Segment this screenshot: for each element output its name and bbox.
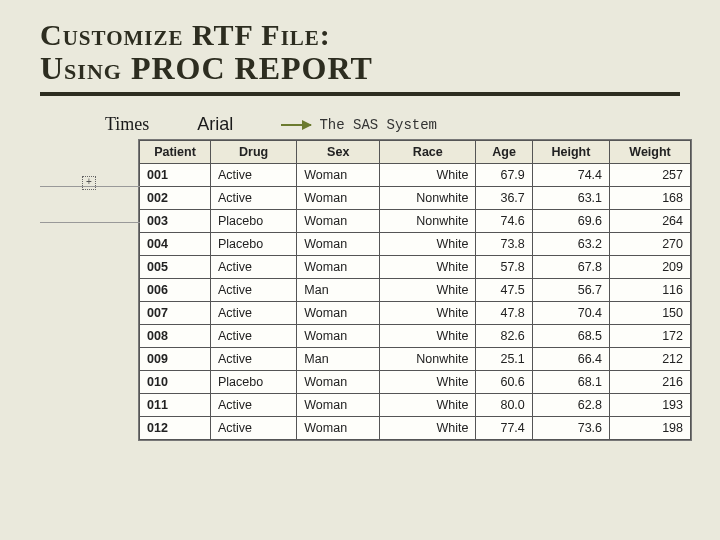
title-rule bbox=[40, 92, 680, 96]
cell-age: 57.8 bbox=[476, 256, 532, 279]
cell-weight: 116 bbox=[610, 279, 691, 302]
cell-patient: 002 bbox=[140, 187, 211, 210]
cell-weight: 257 bbox=[610, 164, 691, 187]
cell-weight: 172 bbox=[610, 325, 691, 348]
cell-sex: Woman bbox=[297, 187, 380, 210]
table-row: 001ActiveWomanWhite67.974.4257 bbox=[140, 164, 691, 187]
cell-patient: 007 bbox=[140, 302, 211, 325]
table-row: 010PlaceboWomanWhite60.668.1216 bbox=[140, 371, 691, 394]
cell-patient: 010 bbox=[140, 371, 211, 394]
cell-race: White bbox=[380, 325, 476, 348]
cell-age: 60.6 bbox=[476, 371, 532, 394]
sas-system-label: The SAS System bbox=[319, 117, 437, 133]
cell-sex: Woman bbox=[297, 325, 380, 348]
title-line2: Using PROC REPORT bbox=[40, 51, 680, 86]
cell-patient: 006 bbox=[140, 279, 211, 302]
cell-age: 74.6 bbox=[476, 210, 532, 233]
cell-patient: 001 bbox=[140, 164, 211, 187]
cell-weight: 198 bbox=[610, 417, 691, 440]
cell-height: 62.8 bbox=[532, 394, 609, 417]
cell-sex: Woman bbox=[297, 233, 380, 256]
table-row: 012ActiveWomanWhite77.473.6198 bbox=[140, 417, 691, 440]
cell-weight: 270 bbox=[610, 233, 691, 256]
cell-age: 36.7 bbox=[476, 187, 532, 210]
cell-patient: 005 bbox=[140, 256, 211, 279]
cell-drug: Active bbox=[211, 417, 297, 440]
cell-drug: Active bbox=[211, 279, 297, 302]
cell-sex: Woman bbox=[297, 394, 380, 417]
cell-race: White bbox=[380, 164, 476, 187]
table-row: 008ActiveWomanWhite82.668.5172 bbox=[140, 325, 691, 348]
cell-drug: Active bbox=[211, 394, 297, 417]
slide-title: Customize RTF File: Using PROC REPORT bbox=[40, 18, 680, 86]
table-row: 004PlaceboWomanWhite73.863.2270 bbox=[140, 233, 691, 256]
table-anchor-icon: + bbox=[82, 176, 96, 190]
cell-weight: 168 bbox=[610, 187, 691, 210]
cell-race: White bbox=[380, 394, 476, 417]
cell-race: Nonwhite bbox=[380, 210, 476, 233]
cell-drug: Placebo bbox=[211, 233, 297, 256]
sas-title-group: The SAS System bbox=[281, 117, 437, 133]
cell-height: 56.7 bbox=[532, 279, 609, 302]
cell-drug: Active bbox=[211, 256, 297, 279]
cell-sex: Woman bbox=[297, 210, 380, 233]
cell-weight: 209 bbox=[610, 256, 691, 279]
cell-weight: 193 bbox=[610, 394, 691, 417]
cell-age: 73.8 bbox=[476, 233, 532, 256]
cell-height: 63.1 bbox=[532, 187, 609, 210]
title-line1: Customize RTF File: bbox=[40, 18, 680, 51]
cell-age: 67.9 bbox=[476, 164, 532, 187]
col-header: Height bbox=[532, 141, 609, 164]
cell-race: White bbox=[380, 302, 476, 325]
cell-drug: Placebo bbox=[211, 210, 297, 233]
cell-drug: Placebo bbox=[211, 371, 297, 394]
table-row: 006ActiveManWhite47.556.7116 bbox=[140, 279, 691, 302]
report-table-container: PatientDrugSexRaceAgeHeightWeight 001Act… bbox=[138, 139, 692, 441]
cell-height: 63.2 bbox=[532, 233, 609, 256]
cell-age: 25.1 bbox=[476, 348, 532, 371]
cell-height: 66.4 bbox=[532, 348, 609, 371]
table-row: 003PlaceboWomanNonwhite74.669.6264 bbox=[140, 210, 691, 233]
cell-height: 68.5 bbox=[532, 325, 609, 348]
cell-race: Nonwhite bbox=[380, 187, 476, 210]
cell-sex: Woman bbox=[297, 371, 380, 394]
cell-race: White bbox=[380, 256, 476, 279]
table-row: 009ActiveManNonwhite25.166.4212 bbox=[140, 348, 691, 371]
cell-race: White bbox=[380, 233, 476, 256]
col-header: Drug bbox=[211, 141, 297, 164]
cell-height: 67.8 bbox=[532, 256, 609, 279]
cell-drug: Active bbox=[211, 302, 297, 325]
col-header: Race bbox=[380, 141, 476, 164]
cell-sex: Woman bbox=[297, 417, 380, 440]
table-row: 011ActiveWomanWhite80.062.8193 bbox=[140, 394, 691, 417]
table-row: 002ActiveWomanNonwhite36.763.1168 bbox=[140, 187, 691, 210]
cell-drug: Active bbox=[211, 187, 297, 210]
cell-race: White bbox=[380, 371, 476, 394]
cell-age: 47.5 bbox=[476, 279, 532, 302]
cell-drug: Active bbox=[211, 164, 297, 187]
cell-age: 80.0 bbox=[476, 394, 532, 417]
cell-age: 77.4 bbox=[476, 417, 532, 440]
cell-sex: Man bbox=[297, 279, 380, 302]
guide-line bbox=[40, 186, 140, 187]
table-row: 005ActiveWomanWhite57.867.8209 bbox=[140, 256, 691, 279]
cell-height: 69.6 bbox=[532, 210, 609, 233]
cell-patient: 008 bbox=[140, 325, 211, 348]
col-header: Age bbox=[476, 141, 532, 164]
font-label-row: Times Arial The SAS System bbox=[40, 114, 680, 135]
cell-race: White bbox=[380, 417, 476, 440]
cell-patient: 009 bbox=[140, 348, 211, 371]
times-label: Times bbox=[105, 114, 149, 135]
cell-weight: 216 bbox=[610, 371, 691, 394]
table-row: 007ActiveWomanWhite47.870.4150 bbox=[140, 302, 691, 325]
cell-height: 73.6 bbox=[532, 417, 609, 440]
cell-sex: Woman bbox=[297, 256, 380, 279]
cell-race: Nonwhite bbox=[380, 348, 476, 371]
cell-drug: Active bbox=[211, 348, 297, 371]
cell-race: White bbox=[380, 279, 476, 302]
cell-sex: Man bbox=[297, 348, 380, 371]
cell-height: 68.1 bbox=[532, 371, 609, 394]
cell-patient: 011 bbox=[140, 394, 211, 417]
arial-label: Arial bbox=[197, 114, 233, 135]
cell-drug: Active bbox=[211, 325, 297, 348]
